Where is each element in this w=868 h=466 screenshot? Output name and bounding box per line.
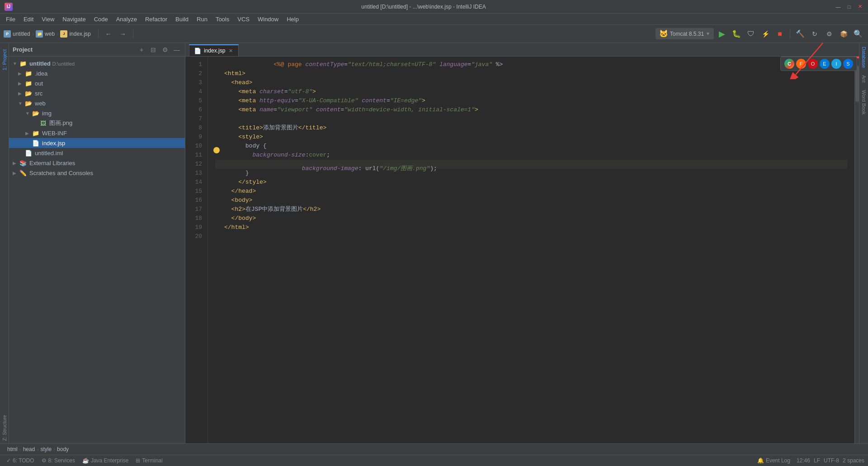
event-log-button[interactable]: 🔔 Event Log [755, 456, 793, 465]
close-button[interactable]: ✕ [856, 3, 863, 10]
coverage-button[interactable]: 🛡 [745, 28, 757, 40]
opera-icon[interactable]: O [808, 59, 818, 69]
ie-icon[interactable]: I [831, 59, 841, 69]
database-tab[interactable]: Database [860, 43, 868, 71]
tab-indexjsp[interactable]: 📄 index.jsp ✕ [189, 44, 239, 56]
forward-button[interactable]: → [117, 28, 129, 40]
minimize-button[interactable]: — [835, 3, 842, 10]
chrome-icon[interactable]: C [784, 59, 794, 69]
settings-tree-button[interactable]: ⚙ [160, 45, 170, 54]
code-area[interactable]: <%@ page contentType="text/html;charset=… [208, 57, 854, 443]
project-tree: ▼ 📁 untitled D:\untitled ▶ 📁 .idea ▶ 📁 o… [9, 57, 185, 443]
line-num-6: 6 [185, 105, 202, 114]
filter-button[interactable]: ⊟ [149, 45, 158, 54]
breadcrumb-head[interactable]: head [23, 446, 35, 452]
menu-view[interactable]: View [38, 15, 58, 24]
code-token: = [295, 97, 298, 104]
run-button[interactable]: ▶ [716, 28, 728, 40]
tree-item-out[interactable]: ▶ 📁 out [9, 78, 185, 88]
wordbook-tab[interactable]: Word Book [860, 86, 868, 118]
line-num-15: 15 [185, 187, 202, 196]
line-num-11: 11 [185, 151, 202, 160]
tree-item-image[interactable]: 🖼 图画.png [9, 118, 185, 128]
scrollbar-thumb[interactable] [855, 66, 859, 102]
minimize-panel-button[interactable]: — [172, 45, 181, 54]
terminal-button[interactable]: ⊞ Terminal [133, 456, 165, 465]
breadcrumb-web[interactable]: web [45, 31, 55, 37]
firefox-icon[interactable]: F [796, 59, 806, 69]
folder-icon-untitled: 📁 [19, 59, 27, 67]
tree-item-webinf[interactable]: ▶ 📁 WEB-INF [9, 128, 185, 138]
tree-item-scratches[interactable]: ▶ ✏️ Scratches and Consoles [9, 168, 185, 178]
edge-icon[interactable]: E [820, 59, 830, 69]
back-button[interactable]: ← [102, 28, 115, 40]
menu-tools[interactable]: Tools [212, 15, 233, 24]
ant-tab[interactable]: Ant [860, 71, 868, 86]
tree-label-indexjsp: index.jsp [42, 140, 65, 147]
code-token: charset [259, 88, 284, 95]
menu-refactor[interactable]: Refactor [142, 15, 171, 24]
code-line-12: background-image: url("/img/图画.png"); [215, 160, 847, 169]
menu-code[interactable]: Code [90, 15, 112, 24]
build-button[interactable]: 🔨 [794, 28, 807, 40]
tree-item-iml[interactable]: 📄 untitled.iml [9, 148, 185, 158]
menu-build[interactable]: Build [172, 15, 192, 24]
tab-close-button[interactable]: ✕ [229, 48, 233, 54]
tree-item-extlibs[interactable]: ▶ 📚 External Libraries [9, 158, 185, 168]
line-num-7: 7 [185, 114, 202, 124]
structure-tab[interactable]: Z: Structure [1, 412, 8, 443]
breadcrumb-body[interactable]: body [57, 446, 69, 452]
breadcrumb-indexjsp[interactable]: index.jsp [69, 31, 90, 37]
debug-button[interactable]: 🐛 [730, 28, 743, 40]
tree-label-idea: .idea [35, 70, 47, 77]
run-config-selector[interactable]: 🐱 Tomcat 8.5.31 ▼ [656, 28, 714, 39]
project-icon: P [4, 30, 11, 38]
services-button[interactable]: ⚙ 8: Services [39, 456, 78, 465]
menu-help[interactable]: Help [283, 15, 302, 24]
java-enterprise-button[interactable]: ☕ Java Enterprise [80, 456, 131, 465]
todo-icon: ✓ [6, 457, 11, 464]
code-token [436, 61, 439, 68]
code-token: </head> [224, 188, 256, 195]
vertical-scrollbar[interactable] [854, 57, 859, 443]
todo-button[interactable]: ✓ 6: TODO [4, 456, 37, 465]
update-button[interactable]: ↻ [808, 28, 821, 40]
add-button[interactable]: + [137, 45, 146, 54]
menu-vcs[interactable]: VCS [234, 15, 253, 24]
profile-button[interactable]: ⚡ [759, 28, 772, 40]
search-button[interactable]: 🔍 [852, 28, 864, 40]
stop-button[interactable]: ■ [774, 28, 786, 40]
run-config-area: 🐱 Tomcat 8.5.31 ▼ ▶ 🐛 🛡 ⚡ ■ 🔨 ↻ ⚙ 📦 🔍 [656, 28, 864, 40]
src-icon: 📂 [24, 89, 33, 97]
maximize-button[interactable]: □ [845, 3, 853, 10]
title-bar-controls: — □ ✕ [835, 3, 863, 10]
line-num-1: 1 [185, 60, 202, 69]
breadcrumb-untitled[interactable]: untitled [13, 31, 30, 37]
tree-item-web[interactable]: ▼ 📂 web [9, 98, 185, 108]
menu-run[interactable]: Run [193, 15, 211, 24]
event-log-label: Event Log [766, 457, 790, 464]
safari-icon[interactable]: S [843, 59, 853, 69]
settings-button[interactable]: ⚙ [823, 28, 835, 40]
breadcrumb-html[interactable]: html [7, 446, 18, 452]
menu-window[interactable]: Window [254, 15, 282, 24]
tree-item-src[interactable]: ▶ 📂 src [9, 88, 185, 98]
menu-file[interactable]: File [2, 15, 19, 24]
breadcrumb-style[interactable]: style [40, 446, 52, 452]
tree-item-indexjsp[interactable]: 📄 index.jsp [9, 138, 185, 148]
tree-item-img[interactable]: ▼ 📂 img [9, 108, 185, 118]
menu-navigate[interactable]: Navigate [59, 15, 89, 24]
sdk-button[interactable]: 📦 [837, 28, 850, 40]
project-tab[interactable]: 1: Project [1, 47, 8, 73]
terminal-icon: ⊞ [136, 457, 140, 464]
tree-item-idea[interactable]: ▶ 📁 .idea [9, 68, 185, 78]
code-token: http-equiv [259, 97, 295, 104]
tree-item-untitled[interactable]: ▼ 📁 untitled D:\untitled [9, 58, 185, 68]
java-enterprise-icon: ☕ [82, 457, 89, 464]
menu-analyze[interactable]: Analyze [113, 15, 141, 24]
menu-edit[interactable]: Edit [20, 15, 37, 24]
tree-label-webinf: WEB-INF [42, 130, 67, 137]
browser-icons-panel: C F O E I S [780, 57, 857, 71]
iml-icon: 📄 [24, 149, 33, 157]
code-token [312, 106, 316, 113]
